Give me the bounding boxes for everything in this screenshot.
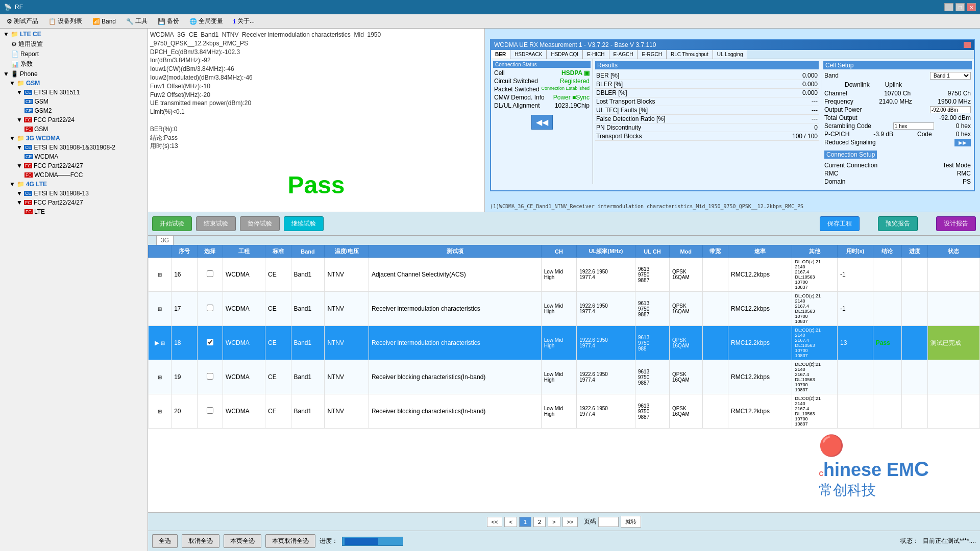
row-expand-btn[interactable]: ⊞: [149, 292, 172, 326]
row-checkbox[interactable]: [207, 270, 213, 277]
pcpich-label: P-CPICH: [824, 131, 849, 138]
page-prev-btn[interactable]: <: [504, 517, 517, 527]
sidebar-item-wcdma-ce[interactable]: CE WCDMA: [1, 152, 146, 161]
sidebar-item-etsi-301908-13[interactable]: ▼ CE ETSI EN 301908-13: [1, 189, 146, 198]
sidebar-item-wcdma-fcc[interactable]: FC WCDMA——FCC: [1, 170, 146, 180]
expand-icon[interactable]: ⊞: [158, 272, 162, 278]
row-time: -1: [838, 292, 873, 326]
cell-setup-title: Cell Setup: [823, 61, 972, 69]
page-deselect-button[interactable]: 本页取消全选: [265, 534, 315, 548]
sidebar-item-fcc-part22-27[interactable]: ▼ FC FCC Part22/24/27: [1, 161, 146, 170]
minimize-button[interactable]: _: [944, 3, 953, 11]
nav-back-btn[interactable]: ◀◀: [531, 115, 553, 130]
table-header-row: 序号 选择 工程 标准 Band 温度/电压 测试项 CH UL频率(MHz) …: [149, 245, 980, 258]
sidebar-item-wcdma[interactable]: ▼ 📁 3G WCDMA: [1, 134, 146, 143]
row-other: DL:OD(z):21 2140 2167.4 DL:10563 10700 1…: [792, 326, 838, 360]
row-ch: Low Mid High: [541, 326, 577, 360]
menu-about[interactable]: ℹ 关于...: [229, 15, 259, 28]
nav-forward-btn[interactable]: ▶▶: [954, 139, 971, 146]
row-project: WCDMA: [223, 394, 265, 429]
row-checkbox-cell[interactable]: [197, 326, 223, 360]
menu-backup[interactable]: 💾 备份: [153, 15, 184, 28]
sidebar-item-parameters[interactable]: 📊 系数: [1, 59, 146, 69]
page-first-btn[interactable]: <<: [487, 517, 503, 527]
sidebar-item-phone[interactable]: ▼ 📱 Phone: [1, 69, 146, 79]
sidebar-item-gsm[interactable]: ▼ 📁 GSM: [1, 79, 146, 88]
tab-ul-logging[interactable]: UL Logging: [713, 50, 748, 59]
design-report-button[interactable]: 设计报告: [936, 216, 976, 231]
menu-band[interactable]: 📶 Band: [88, 16, 120, 27]
pause-test-button[interactable]: 暂停试验: [240, 216, 280, 231]
wcdma-close-btn[interactable]: [964, 42, 971, 48]
continue-test-button[interactable]: 继续试验: [284, 216, 324, 231]
sidebar-item-report[interactable]: 📄 Report: [1, 49, 146, 59]
page-select-button[interactable]: 本页全选: [224, 534, 261, 548]
measurement-panel: WCDMA UE RX Measurement 1 - V3.7.22 - Ba…: [485, 29, 980, 212]
save-project-button[interactable]: 保存工程: [820, 216, 860, 231]
row-expand-btn[interactable]: ▶ ⊞: [149, 326, 172, 360]
expand-icon[interactable]: ⊞: [158, 409, 162, 414]
tab-ber[interactable]: BER: [491, 50, 510, 59]
sidebar-item-fcc-part22-27-lte[interactable]: ▼ FC FCC Part22/24/27: [1, 198, 146, 207]
wcdma-title-bar: WCDMA UE RX Measurement 1 - V3.7.22 - Ba…: [491, 40, 974, 50]
tab-e-hich[interactable]: E-HICH: [583, 50, 609, 59]
expand-icon[interactable]: ⊞: [161, 340, 165, 346]
sidebar-item-lte-ce[interactable]: ▼ 📁 LTE CE: [1, 30, 146, 39]
page-next-btn[interactable]: >: [548, 517, 560, 527]
row-checkbox[interactable]: [207, 305, 213, 311]
row-checkbox-cell[interactable]: [197, 258, 223, 292]
sidebar-item-gsm-fcc[interactable]: FC GSM: [1, 124, 146, 134]
goto-button[interactable]: 就转: [621, 516, 641, 528]
sidebar-item-fcc-part22-24-label: FCC Part22/24: [34, 116, 75, 123]
goto-input[interactable]: [598, 517, 619, 527]
row-test-item: Receiver intermodulation characteristics: [369, 292, 541, 326]
row-expand-btn[interactable]: ⊞: [149, 394, 172, 429]
etsi13-toggle: ▼: [16, 190, 22, 197]
start-test-button[interactable]: 开始试验: [152, 216, 192, 231]
tab-e-agch[interactable]: E-AGCH: [609, 50, 638, 59]
measurement-status-msg: (1)WCDMA_3G_CE_Band1_NTNV_Receiver inter…: [490, 204, 975, 209]
expand-icon[interactable]: ⊞: [158, 374, 162, 380]
sidebar-item-lte-item[interactable]: FC LTE: [1, 207, 146, 216]
row-checkbox-cell[interactable]: [197, 394, 223, 429]
scrambling-input[interactable]: [893, 122, 934, 130]
sidebar-item-general-settings[interactable]: ⚙ 通用设置: [1, 39, 146, 49]
sidebar-item-lte-4g[interactable]: ▼ 📁 4G LTE: [1, 180, 146, 189]
sidebar-item-etsi-301908[interactable]: ▼ CE ETSI EN 301908-1&301908-2: [1, 143, 146, 152]
ul-tfc-label: UL TFC| Faults [%]: [596, 107, 648, 114]
end-test-button[interactable]: 结束试验: [196, 216, 236, 231]
sidebar-item-gsm-ce2[interactable]: CE GSM2: [1, 106, 146, 115]
row-checkbox[interactable]: [207, 373, 213, 380]
sidebar-item-etsi-301511[interactable]: ▼ CE ETSI EN 301511: [1, 88, 146, 97]
row-checkbox-cell[interactable]: [197, 292, 223, 326]
row-checkbox-cell[interactable]: [197, 360, 223, 394]
output-power-input[interactable]: [930, 106, 971, 113]
maximize-button[interactable]: □: [955, 3, 965, 11]
menu-test-product[interactable]: ⚙ 测试产品: [2, 15, 43, 28]
select-all-button[interactable]: 全选: [152, 534, 178, 548]
result-ber: BER [%] 0.000: [595, 71, 819, 80]
sidebar-item-fcc-part22-24[interactable]: ▼ FC FCC Part22/24: [1, 115, 146, 124]
row-expand-btn[interactable]: ⊞: [149, 258, 172, 292]
page-1-btn[interactable]: 1: [519, 517, 531, 527]
row-checkbox[interactable]: [207, 407, 213, 414]
close-button[interactable]: ✕: [967, 3, 976, 11]
content-area: WCDMA_3G_CE_Band1_NTNV_Receiver intermod…: [148, 29, 980, 551]
row-expand-btn[interactable]: ⊞: [149, 360, 172, 394]
tab-rlc-throughput[interactable]: RLC Throughput: [667, 50, 713, 59]
preview-report-button[interactable]: 预览报告: [878, 216, 918, 231]
expand-icon[interactable]: ⊞: [158, 306, 162, 312]
band-select[interactable]: Band 1: [930, 72, 971, 80]
deselect-all-button[interactable]: 取消全选: [182, 534, 219, 548]
row-checkbox[interactable]: [207, 339, 213, 345]
menu-device-list[interactable]: 📋 设备列表: [44, 15, 87, 28]
tab-e-rgch[interactable]: E-RGCH: [638, 50, 666, 59]
sidebar-item-gsm-ce1[interactable]: CE GSM: [1, 97, 146, 106]
th-ul-freq: UL频率(MHz): [577, 245, 635, 258]
menu-tools[interactable]: 🔧 工具: [121, 15, 152, 28]
page-last-btn[interactable]: >>: [562, 517, 578, 527]
tab-hsdpa-cqi[interactable]: HSDPA CQI: [547, 50, 583, 59]
tab-hsdpa-ack[interactable]: HSDPAACK: [510, 50, 547, 59]
page-2-btn[interactable]: 2: [533, 517, 546, 527]
menu-global-vars[interactable]: 🌐 全局变量: [185, 15, 228, 28]
